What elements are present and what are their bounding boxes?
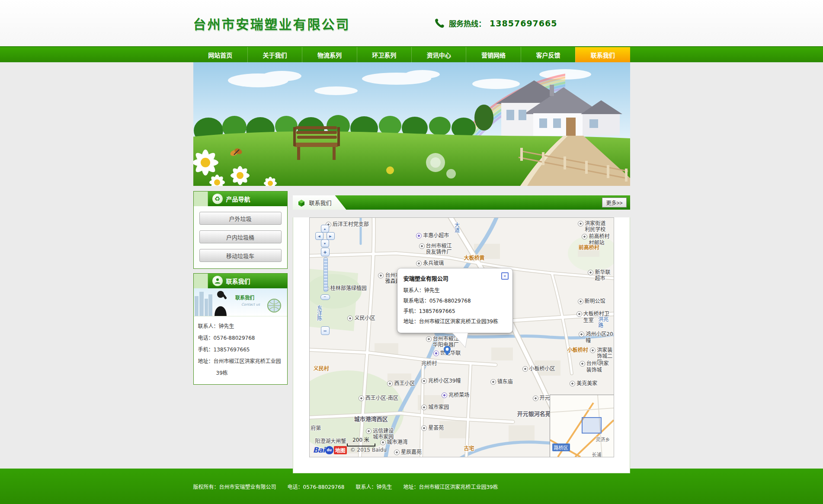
hotline-number: 13857697665 bbox=[490, 19, 557, 28]
contact-info-line: 地址：台州市椒江区洪家兆桥工业园39栋 bbox=[198, 356, 284, 379]
map-label-text: 丰惠小超市 bbox=[423, 233, 449, 239]
map-label: 星荟苑 bbox=[421, 425, 444, 431]
map-label-text: 兆桥菜场 bbox=[448, 392, 469, 398]
pan-down-button[interactable]: ▼ bbox=[321, 239, 329, 247]
pan-right-button[interactable]: ▶ bbox=[327, 232, 335, 240]
map-label-text: 永兵玻璃 bbox=[423, 260, 444, 266]
poi-icon bbox=[533, 396, 538, 401]
map-label-text: 西王小区 bbox=[394, 380, 415, 386]
map-label: 镇东庙 bbox=[490, 379, 513, 385]
baidu-map[interactable]: 后洋王村党支部丰惠小超市台州市椒江 良友铸件厂永兵玻璃大板桥黄洪家街道 利民学校… bbox=[309, 217, 614, 457]
poi-icon bbox=[433, 351, 439, 356]
poi-icon bbox=[490, 379, 496, 385]
more-button[interactable]: 更多>> bbox=[602, 198, 626, 207]
zoom-in-button[interactable]: + bbox=[321, 248, 330, 256]
overview-minimap[interactable]: 路桥区 灵济乡长浦 bbox=[550, 395, 614, 457]
map-label-text: 前高桥村 bbox=[579, 245, 599, 251]
zoom-out-button[interactable]: − bbox=[321, 326, 330, 335]
nav-item-home[interactable]: 网站首页 bbox=[193, 47, 247, 62]
map-label: 兆桥菜场 bbox=[442, 392, 469, 398]
map-label: 兆桥村 bbox=[421, 360, 437, 367]
product-button-indoor-trash-bin[interactable]: 户内垃圾桶 bbox=[199, 230, 282, 243]
map-label: 美克美家 bbox=[570, 380, 597, 386]
contact-info-line: 联系人：钟先生 bbox=[198, 321, 284, 332]
pan-up-button[interactable]: ▲ bbox=[321, 225, 329, 233]
map-label: 城市港湾 bbox=[380, 439, 408, 445]
map-label: 小板桥村 bbox=[567, 347, 588, 353]
hotline-label: 服务热线： bbox=[449, 18, 486, 29]
footer: 版权所有：台州市安瑞塑业有限公司电话：0576-88029768联系人：钟先生地… bbox=[0, 469, 823, 504]
infowindow-line: 地址：台州市椒江区洪家兆桥工业园39栋 bbox=[403, 316, 506, 327]
infowindow-title: 安瑞塑业有限公司 bbox=[403, 274, 506, 282]
contact-image: 联系我们 Contact us bbox=[194, 288, 287, 316]
content: ♻ 产品导航 户外垃圾户内垃圾桶移动垃圾车 联系我们 bbox=[193, 186, 630, 469]
poi-icon bbox=[380, 440, 386, 445]
map-label: 城市港湾西区 bbox=[354, 416, 388, 423]
nav-item-about[interactable]: 关于我们 bbox=[247, 47, 302, 62]
poi-icon bbox=[578, 299, 583, 304]
map-label-text: 台州市椒江 良友铸件厂 bbox=[426, 243, 452, 255]
map-label-text: 小板桥村 bbox=[567, 347, 588, 353]
map-label-text: 城市港湾西区 bbox=[354, 416, 388, 423]
map-label-text: 鸿州小区20幢 bbox=[586, 331, 613, 344]
poi-icon bbox=[359, 396, 364, 401]
map-label-text: 兆桥村 bbox=[421, 360, 437, 367]
map-scale: 200 米 bbox=[347, 436, 375, 447]
map-label: 西王小区 bbox=[387, 380, 415, 386]
product-button-outdoor-trash[interactable]: 户外垃圾 bbox=[199, 212, 282, 225]
nav-item-logistics[interactable]: 物流系列 bbox=[302, 47, 356, 62]
nav-item-contact[interactable]: 联系我们 bbox=[575, 47, 630, 62]
poi-icon bbox=[590, 348, 596, 353]
header-corner bbox=[194, 274, 208, 288]
zoom-slider-rail[interactable] bbox=[323, 257, 328, 292]
hotline: 服务热线： 13857697665 bbox=[434, 18, 557, 29]
map-label: 义民小区 bbox=[347, 315, 375, 321]
main-body: 后洋王村党支部丰惠小超市台州市椒江 良友铸件厂永兵玻璃大板桥黄洪家街道 利民学校… bbox=[293, 217, 630, 473]
map-label-text: 府第 bbox=[311, 425, 321, 431]
zoom-slider-handle[interactable]: − bbox=[320, 294, 330, 300]
map-label-text: 星荟苑 bbox=[428, 425, 444, 431]
poi-icon bbox=[421, 378, 427, 384]
page: 台州市安瑞塑业有限公司 服务热线： 13857697665 网站首页关于我们物流… bbox=[0, 0, 823, 504]
poi-icon bbox=[421, 425, 427, 431]
contact-info-line: 手机：13857697665 bbox=[198, 344, 284, 356]
map-label-text: 星辰嘉苑 bbox=[401, 449, 422, 455]
map-label: 台州·洪家装饰城 bbox=[580, 360, 614, 373]
product-button-list: 户外垃圾户内垃圾桶移动垃圾车 bbox=[194, 206, 287, 268]
map-label-text: 西王小区-南区 bbox=[365, 395, 398, 401]
nav-item-news[interactable]: 资讯中心 bbox=[411, 47, 466, 62]
bin-icon bbox=[297, 198, 306, 207]
poi-icon bbox=[570, 381, 575, 386]
phone-icon bbox=[434, 18, 445, 29]
baidu-map-tag: 地图 bbox=[334, 446, 347, 454]
map-label-text: 城市家园 bbox=[428, 404, 449, 410]
map-label-text: 义民小区 bbox=[354, 315, 375, 321]
footer-item: 版权所有：台州市安瑞塑业有限公司 bbox=[193, 483, 276, 490]
map-copyright: © 2015 Baidu bbox=[350, 447, 387, 453]
poi-icon bbox=[378, 273, 384, 278]
map-infowindow: ✕ 安瑞塑业有限公司 联系人：钟先生联系电话：0576-88029768手机：1… bbox=[397, 268, 512, 333]
pan-left-button[interactable]: ◀ bbox=[315, 232, 323, 240]
product-nav-title: 产品导航 bbox=[226, 195, 250, 203]
map-label-text: 阳澄湖大闸蟹 bbox=[315, 438, 346, 444]
product-button-mobile-garbage-truck[interactable]: 移动垃圾车 bbox=[199, 249, 282, 262]
tab-contact[interactable]: 联系我们 bbox=[293, 195, 346, 210]
poi-icon bbox=[347, 316, 353, 321]
map-label-text: 前高桥村村邮站 bbox=[589, 233, 613, 246]
infowindow-line: 联系人：钟先生 bbox=[403, 285, 506, 296]
company-map-marker[interactable] bbox=[444, 346, 451, 357]
minimap-label: 灵济乡 bbox=[596, 436, 610, 443]
nav-item-marketing[interactable]: 营销网络 bbox=[466, 47, 520, 62]
map-label-text: 洪家街道 利民学校 bbox=[585, 220, 605, 233]
close-icon[interactable]: ✕ bbox=[501, 272, 509, 280]
product-nav-box: ♻ 产品导航 户外垃圾户内垃圾桶移动垃圾车 bbox=[193, 191, 288, 269]
map-label: 前高桥村 bbox=[579, 245, 599, 251]
footer-item: 地址：台州市椒江区洪家兆桥工业园39栋 bbox=[403, 483, 498, 490]
map-label: 永兵玻璃 bbox=[416, 260, 444, 266]
nav-item-sanitation[interactable]: 环卫系列 bbox=[357, 47, 411, 62]
nav-item-feedback[interactable]: 客户反馈 bbox=[521, 47, 575, 62]
poi-icon bbox=[394, 450, 400, 455]
map-label: 鸿州小区20幢 bbox=[579, 331, 613, 344]
main-nav-inner: 网站首页关于我们物流系列环卫系列资讯中心营销网络客户反馈联系我们 bbox=[193, 47, 630, 62]
poi-icon bbox=[419, 243, 425, 249]
